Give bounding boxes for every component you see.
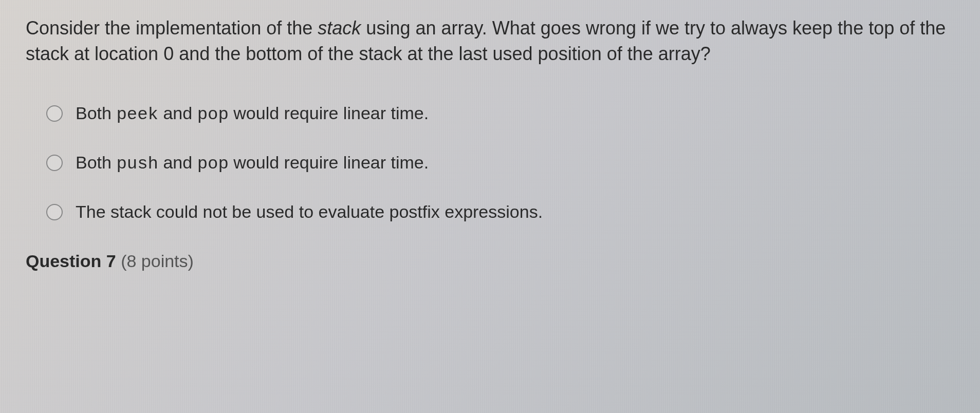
next-question-label: Question 7: [26, 251, 116, 271]
question-part1: Consider the implementation of the: [26, 17, 318, 39]
option-1-code2: pop: [197, 105, 229, 124]
option-3-prefix: The stack could not be used to evaluate …: [76, 202, 543, 221]
option-3-text: The stack could not be used to evaluate …: [76, 202, 543, 223]
option-2-mid: and: [158, 153, 197, 172]
question-italic: stack: [318, 17, 361, 39]
radio-icon[interactable]: [46, 105, 63, 122]
radio-icon[interactable]: [46, 155, 63, 171]
option-2-code2: pop: [197, 154, 229, 174]
option-1-text: Both peek and pop would require linear t…: [76, 103, 429, 124]
option-1-mid: and: [158, 103, 197, 123]
next-question-points: (8 points): [116, 251, 194, 271]
option-2[interactable]: Both push and pop would require linear t…: [46, 153, 954, 174]
option-1-prefix: Both: [76, 103, 116, 123]
option-1-suffix: would require linear time.: [229, 103, 429, 123]
option-2-suffix: would require linear time.: [229, 153, 429, 172]
question-text: Consider the implementation of the stack…: [26, 15, 954, 67]
next-question-header: Question 7 (8 points): [26, 251, 954, 271]
radio-icon[interactable]: [46, 204, 63, 220]
option-1-code1: peek: [116, 105, 158, 124]
option-2-prefix: Both: [76, 153, 116, 172]
option-1[interactable]: Both peek and pop would require linear t…: [46, 103, 954, 124]
option-2-code1: push: [116, 154, 158, 174]
options-group: Both peek and pop would require linear t…: [26, 103, 954, 223]
option-3[interactable]: The stack could not be used to evaluate …: [46, 202, 954, 223]
option-2-text: Both push and pop would require linear t…: [76, 153, 429, 174]
